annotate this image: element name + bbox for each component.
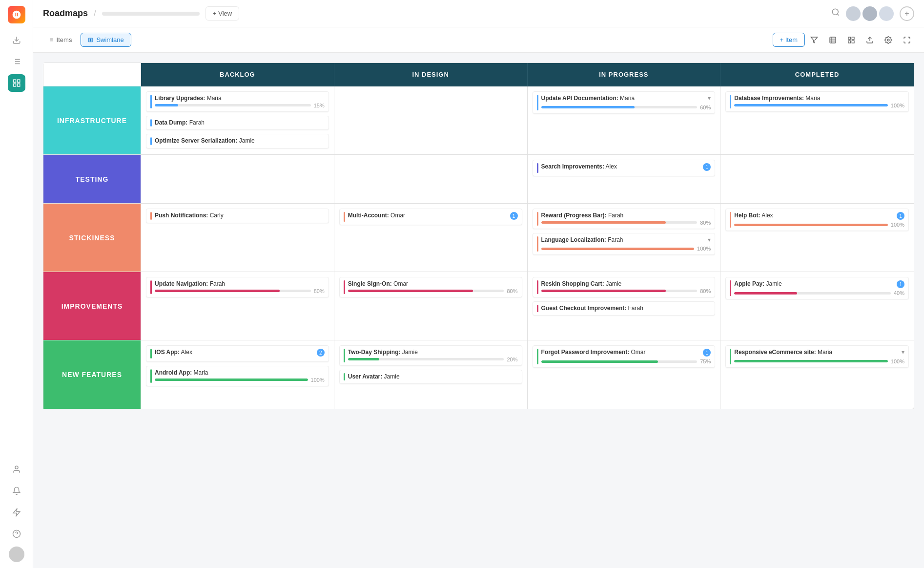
dropdown-icon[interactable]: ▾ [708, 236, 711, 243]
task-card[interactable]: Single Sign-On: Omar 80% [339, 277, 522, 297]
task-card[interactable]: User Avatar: Jamie [339, 370, 522, 384]
accent-bar [537, 280, 538, 294]
task-card[interactable]: Apple Pay: Jamie 1 40% [725, 277, 909, 299]
breadcrumb-sep: / [94, 8, 96, 19]
task-card[interactable]: Forgot Password Improvement: Omar 1 75% [533, 345, 716, 368]
sidebar-lightning-icon[interactable] [8, 504, 25, 521]
dropdown-icon[interactable]: ▾ [902, 349, 904, 356]
task-title: Apple Pay: Jamie [734, 280, 781, 288]
cell-infrastructure-completed: Database Improvements: Maria 100% [720, 86, 914, 155]
tab-swimlane[interactable]: ⊞ Swimlane [81, 33, 131, 47]
sidebar [0, 0, 33, 568]
accent-bar [730, 212, 731, 228]
task-title: Two-Day Shipping: Jamie [348, 349, 518, 357]
avatar-3[interactable] [879, 6, 894, 21]
avatar-2[interactable] [862, 6, 877, 21]
task-card[interactable]: Two-Day Shipping: Jamie 20% [339, 345, 522, 366]
svg-rect-23 [852, 37, 854, 40]
cell-stickiness-inprogress: Reward (Progress Bar): Farah 80% [528, 204, 721, 272]
svg-rect-10 [13, 84, 16, 86]
svg-marker-17 [811, 37, 817, 43]
task-card[interactable]: Data Dump: Farah [146, 116, 329, 130]
sidebar-list-icon[interactable] [8, 53, 25, 70]
cell-improvements-completed: Apple Pay: Jamie 1 40% [720, 272, 914, 340]
task-title: Single Sign-On: Omar [348, 280, 518, 288]
cell-stickiness-indesign: Multi-Account: Omar 1 [334, 204, 528, 272]
svg-rect-24 [848, 41, 851, 43]
svg-rect-8 [17, 80, 20, 82]
add-member-button[interactable]: + [900, 6, 914, 21]
filter-icon[interactable] [807, 33, 821, 47]
progress-pct: 80% [507, 288, 517, 294]
task-title: IOS App: Alex [155, 349, 192, 357]
task-card[interactable]: Help Bot: Alex 1 100% [725, 209, 909, 231]
row-label-infrastructure: INFRASTRUCTURE [43, 86, 141, 155]
svg-rect-25 [852, 41, 854, 43]
avatar-1[interactable] [846, 6, 861, 21]
row-label-testing: TESTING [43, 155, 141, 204]
accent-bar [344, 373, 345, 381]
sidebar-help-icon[interactable] [8, 525, 25, 543]
svg-rect-7 [13, 80, 16, 82]
task-card[interactable]: Android App: Maria 100% [146, 366, 329, 386]
table-icon[interactable] [825, 33, 840, 47]
sidebar-download-icon[interactable] [8, 31, 25, 49]
task-card[interactable]: Update Navigation: Farah 80% [146, 277, 329, 297]
cell-improvements-backlog: Update Navigation: Farah 80% [141, 272, 334, 340]
accent-bar [344, 349, 345, 362]
user-avatar[interactable] [9, 547, 24, 562]
sidebar-bell-icon[interactable] [8, 482, 25, 500]
settings-icon[interactable] [881, 33, 896, 47]
progress-pct: 80% [700, 288, 711, 294]
task-title: Update API Documentation: Maria [541, 95, 635, 103]
tab-items[interactable]: ≡ Items [43, 33, 79, 46]
search-icon[interactable] [831, 8, 840, 19]
items-icon: ≡ [50, 36, 54, 43]
task-card[interactable]: Library Upgrades: Maria 15% [146, 91, 329, 112]
task-badge: 1 [510, 212, 518, 220]
progress-pct: 60% [700, 105, 711, 110]
task-title: Library Upgrades: Maria [155, 95, 325, 103]
app-logo[interactable] [8, 6, 25, 23]
task-card[interactable]: Guest Checkout Improvement: Farah [533, 301, 716, 316]
row-label-new-features: NEW FEATURES [43, 340, 141, 409]
task-badge: 1 [897, 280, 904, 288]
task-card[interactable]: Reward (Progress Bar): Farah 80% [533, 209, 716, 229]
col-header-in-progress: IN PROGRESS [528, 63, 721, 86]
progress-pct: 100% [891, 222, 904, 228]
expand-icon[interactable] [900, 33, 914, 47]
upload-icon[interactable] [862, 33, 877, 47]
task-badge: 2 [317, 349, 325, 357]
task-card[interactable]: Language Localization: Farah ▾ 100% [533, 233, 716, 255]
dropdown-icon[interactable]: ▾ [708, 95, 711, 102]
add-item-button[interactable]: + Item [773, 33, 805, 47]
task-card[interactable]: Database Improvements: Maria 100% [725, 91, 909, 112]
progress-pct: 20% [507, 357, 517, 362]
cell-newfeatures-completed: Responsive eCommerce site: Maria ▾ 100% [720, 340, 914, 409]
task-badge: 1 [703, 163, 711, 171]
task-title: Data Dump: Farah [155, 119, 325, 127]
swimlane-grid: BACKLOG IN DESIGN IN PROGRESS COMPLETED … [43, 63, 914, 409]
task-card[interactable]: IOS App: Alex 2 [146, 345, 329, 362]
task-card[interactable]: Push Notifications: Carly [146, 209, 329, 223]
view-button[interactable]: + View [205, 6, 239, 21]
task-card[interactable]: Reskin Shopping Cart: Jamie 80% [533, 277, 716, 297]
cell-infrastructure-indesign [334, 86, 528, 155]
task-card[interactable]: Responsive eCommerce site: Maria ▾ 100% [725, 345, 909, 368]
sidebar-person-icon[interactable] [8, 461, 25, 478]
task-badge: 1 [703, 349, 711, 357]
task-title: Multi-Account: Omar [348, 212, 405, 220]
task-title: Android App: Maria [155, 369, 325, 377]
sidebar-bottom [8, 461, 25, 562]
task-card[interactable]: Search Improvements: Alex 1 [533, 160, 716, 176]
task-card[interactable]: Update API Documentation: Maria ▾ 60% [533, 91, 716, 114]
layout-icon[interactable] [844, 33, 859, 47]
task-card[interactable]: Multi-Account: Omar 1 [339, 209, 522, 225]
progress-pct: 15% [314, 103, 325, 108]
sidebar-roadmap-icon[interactable] [8, 74, 25, 92]
cell-newfeatures-backlog: IOS App: Alex 2 Android App: Maria [141, 340, 334, 409]
progress-pct: 100% [311, 377, 325, 383]
task-title: Help Bot: Alex [734, 212, 773, 220]
task-card[interactable]: Optimize Server Serialization: Jamie [146, 134, 329, 148]
accent-bar [150, 137, 152, 145]
